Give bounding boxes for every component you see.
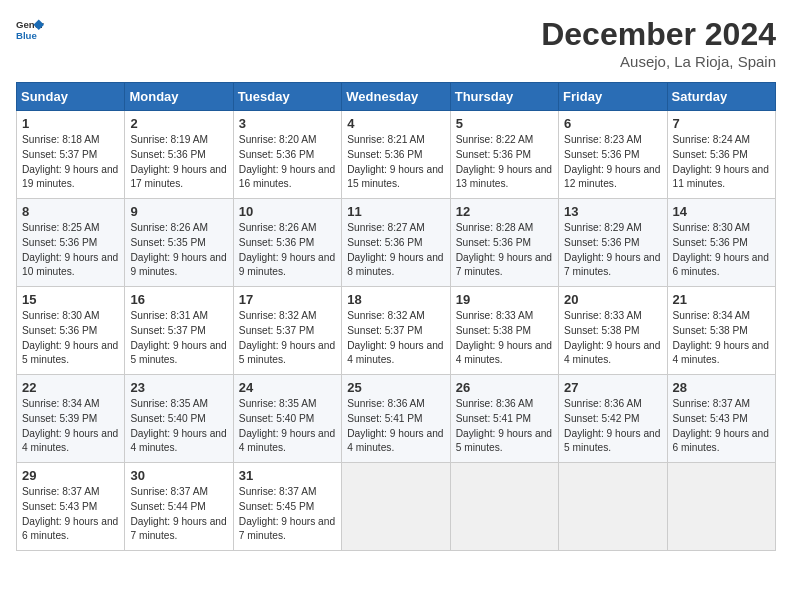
day-cell: 30 Sunrise: 8:37 AMSunset: 5:44 PMDaylig…	[125, 463, 233, 551]
day-cell: 13 Sunrise: 8:29 AMSunset: 5:36 PMDaylig…	[559, 199, 667, 287]
day-number: 3	[239, 116, 336, 131]
day-detail: Sunrise: 8:35 AMSunset: 5:40 PMDaylight:…	[239, 397, 336, 456]
day-number: 20	[564, 292, 661, 307]
day-number: 18	[347, 292, 444, 307]
day-cell: 4 Sunrise: 8:21 AMSunset: 5:36 PMDayligh…	[342, 111, 450, 199]
day-number: 6	[564, 116, 661, 131]
day-detail: Sunrise: 8:37 AMSunset: 5:45 PMDaylight:…	[239, 485, 336, 544]
day-detail: Sunrise: 8:32 AMSunset: 5:37 PMDaylight:…	[347, 309, 444, 368]
day-detail: Sunrise: 8:31 AMSunset: 5:37 PMDaylight:…	[130, 309, 227, 368]
day-cell: 7 Sunrise: 8:24 AMSunset: 5:36 PMDayligh…	[667, 111, 775, 199]
day-number: 16	[130, 292, 227, 307]
day-cell: 8 Sunrise: 8:25 AMSunset: 5:36 PMDayligh…	[17, 199, 125, 287]
day-cell: 19 Sunrise: 8:33 AMSunset: 5:38 PMDaylig…	[450, 287, 558, 375]
empty-cell	[342, 463, 450, 551]
day-detail: Sunrise: 8:21 AMSunset: 5:36 PMDaylight:…	[347, 133, 444, 192]
day-detail: Sunrise: 8:20 AMSunset: 5:36 PMDaylight:…	[239, 133, 336, 192]
day-cell: 5 Sunrise: 8:22 AMSunset: 5:36 PMDayligh…	[450, 111, 558, 199]
day-cell: 18 Sunrise: 8:32 AMSunset: 5:37 PMDaylig…	[342, 287, 450, 375]
day-number: 4	[347, 116, 444, 131]
day-number: 27	[564, 380, 661, 395]
day-detail: Sunrise: 8:29 AMSunset: 5:36 PMDaylight:…	[564, 221, 661, 280]
day-cell: 3 Sunrise: 8:20 AMSunset: 5:36 PMDayligh…	[233, 111, 341, 199]
day-cell: 27 Sunrise: 8:36 AMSunset: 5:42 PMDaylig…	[559, 375, 667, 463]
day-detail: Sunrise: 8:30 AMSunset: 5:36 PMDaylight:…	[673, 221, 770, 280]
day-cell: 20 Sunrise: 8:33 AMSunset: 5:38 PMDaylig…	[559, 287, 667, 375]
day-number: 1	[22, 116, 119, 131]
day-detail: Sunrise: 8:26 AMSunset: 5:36 PMDaylight:…	[239, 221, 336, 280]
day-cell: 17 Sunrise: 8:32 AMSunset: 5:37 PMDaylig…	[233, 287, 341, 375]
day-cell: 6 Sunrise: 8:23 AMSunset: 5:36 PMDayligh…	[559, 111, 667, 199]
day-cell: 31 Sunrise: 8:37 AMSunset: 5:45 PMDaylig…	[233, 463, 341, 551]
day-number: 8	[22, 204, 119, 219]
page-header: General Blue December 2024 Ausejo, La Ri…	[16, 16, 776, 70]
day-cell: 1 Sunrise: 8:18 AMSunset: 5:37 PMDayligh…	[17, 111, 125, 199]
day-number: 11	[347, 204, 444, 219]
day-detail: Sunrise: 8:30 AMSunset: 5:36 PMDaylight:…	[22, 309, 119, 368]
day-detail: Sunrise: 8:34 AMSunset: 5:39 PMDaylight:…	[22, 397, 119, 456]
day-header-tuesday: Tuesday	[233, 83, 341, 111]
day-detail: Sunrise: 8:24 AMSunset: 5:36 PMDaylight:…	[673, 133, 770, 192]
day-header-wednesday: Wednesday	[342, 83, 450, 111]
day-number: 24	[239, 380, 336, 395]
day-cell: 21 Sunrise: 8:34 AMSunset: 5:38 PMDaylig…	[667, 287, 775, 375]
day-header-monday: Monday	[125, 83, 233, 111]
svg-text:Blue: Blue	[16, 30, 37, 41]
day-number: 23	[130, 380, 227, 395]
day-number: 22	[22, 380, 119, 395]
calendar-table: SundayMondayTuesdayWednesdayThursdayFrid…	[16, 82, 776, 551]
day-number: 9	[130, 204, 227, 219]
location-subtitle: Ausejo, La Rioja, Spain	[541, 53, 776, 70]
empty-cell	[667, 463, 775, 551]
day-header-thursday: Thursday	[450, 83, 558, 111]
day-cell: 26 Sunrise: 8:36 AMSunset: 5:41 PMDaylig…	[450, 375, 558, 463]
calendar-week-row: 8 Sunrise: 8:25 AMSunset: 5:36 PMDayligh…	[17, 199, 776, 287]
title-block: December 2024 Ausejo, La Rioja, Spain	[541, 16, 776, 70]
day-detail: Sunrise: 8:36 AMSunset: 5:41 PMDaylight:…	[347, 397, 444, 456]
day-header-saturday: Saturday	[667, 83, 775, 111]
day-number: 29	[22, 468, 119, 483]
day-detail: Sunrise: 8:33 AMSunset: 5:38 PMDaylight:…	[564, 309, 661, 368]
day-number: 10	[239, 204, 336, 219]
day-number: 13	[564, 204, 661, 219]
day-header-sunday: Sunday	[17, 83, 125, 111]
day-detail: Sunrise: 8:19 AMSunset: 5:36 PMDaylight:…	[130, 133, 227, 192]
day-cell: 28 Sunrise: 8:37 AMSunset: 5:43 PMDaylig…	[667, 375, 775, 463]
day-detail: Sunrise: 8:26 AMSunset: 5:35 PMDaylight:…	[130, 221, 227, 280]
day-cell: 15 Sunrise: 8:30 AMSunset: 5:36 PMDaylig…	[17, 287, 125, 375]
day-detail: Sunrise: 8:36 AMSunset: 5:41 PMDaylight:…	[456, 397, 553, 456]
day-number: 28	[673, 380, 770, 395]
day-detail: Sunrise: 8:18 AMSunset: 5:37 PMDaylight:…	[22, 133, 119, 192]
logo-icon: General Blue	[16, 16, 44, 44]
day-number: 31	[239, 468, 336, 483]
day-detail: Sunrise: 8:37 AMSunset: 5:43 PMDaylight:…	[673, 397, 770, 456]
day-cell: 9 Sunrise: 8:26 AMSunset: 5:35 PMDayligh…	[125, 199, 233, 287]
day-cell: 2 Sunrise: 8:19 AMSunset: 5:36 PMDayligh…	[125, 111, 233, 199]
day-cell: 10 Sunrise: 8:26 AMSunset: 5:36 PMDaylig…	[233, 199, 341, 287]
day-detail: Sunrise: 8:36 AMSunset: 5:42 PMDaylight:…	[564, 397, 661, 456]
day-detail: Sunrise: 8:27 AMSunset: 5:36 PMDaylight:…	[347, 221, 444, 280]
day-number: 25	[347, 380, 444, 395]
day-detail: Sunrise: 8:23 AMSunset: 5:36 PMDaylight:…	[564, 133, 661, 192]
day-number: 19	[456, 292, 553, 307]
day-cell: 14 Sunrise: 8:30 AMSunset: 5:36 PMDaylig…	[667, 199, 775, 287]
day-number: 2	[130, 116, 227, 131]
day-number: 12	[456, 204, 553, 219]
day-cell: 12 Sunrise: 8:28 AMSunset: 5:36 PMDaylig…	[450, 199, 558, 287]
day-detail: Sunrise: 8:33 AMSunset: 5:38 PMDaylight:…	[456, 309, 553, 368]
calendar-header-row: SundayMondayTuesdayWednesdayThursdayFrid…	[17, 83, 776, 111]
day-cell: 11 Sunrise: 8:27 AMSunset: 5:36 PMDaylig…	[342, 199, 450, 287]
day-number: 26	[456, 380, 553, 395]
day-number: 7	[673, 116, 770, 131]
day-detail: Sunrise: 8:37 AMSunset: 5:43 PMDaylight:…	[22, 485, 119, 544]
day-number: 21	[673, 292, 770, 307]
day-detail: Sunrise: 8:28 AMSunset: 5:36 PMDaylight:…	[456, 221, 553, 280]
day-number: 17	[239, 292, 336, 307]
day-detail: Sunrise: 8:37 AMSunset: 5:44 PMDaylight:…	[130, 485, 227, 544]
month-title: December 2024	[541, 16, 776, 53]
day-detail: Sunrise: 8:32 AMSunset: 5:37 PMDaylight:…	[239, 309, 336, 368]
day-cell: 29 Sunrise: 8:37 AMSunset: 5:43 PMDaylig…	[17, 463, 125, 551]
empty-cell	[450, 463, 558, 551]
empty-cell	[559, 463, 667, 551]
day-cell: 23 Sunrise: 8:35 AMSunset: 5:40 PMDaylig…	[125, 375, 233, 463]
